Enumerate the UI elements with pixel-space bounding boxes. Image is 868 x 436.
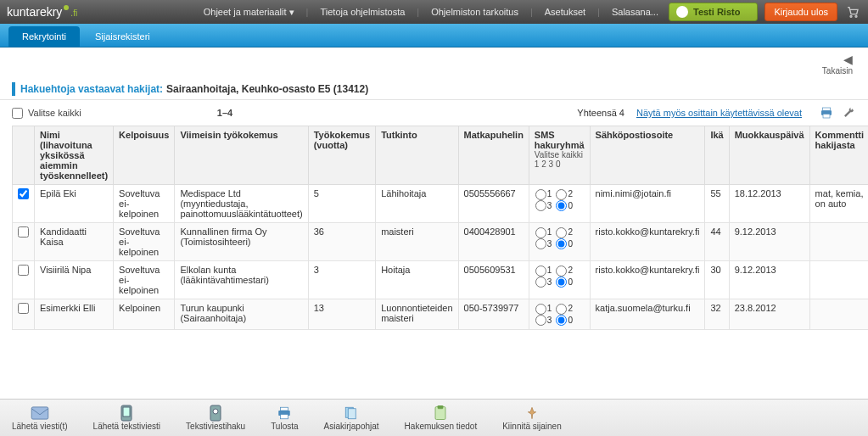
range-text: 1–4 (81, 108, 336, 118)
sms-radio-0[interactable] (556, 238, 567, 249)
table-row[interactable]: Esimerkki ElliKelpoinenTurun kaupunki (S… (13, 299, 869, 330)
logo-dot-icon (64, 5, 69, 10)
header-stripe-icon (12, 82, 15, 96)
cell-email: nimi.nimi@jotain.fi (590, 185, 705, 223)
table-row[interactable]: Epilä EkiSoveltuva ei-kelpoinenMedispace… (13, 185, 869, 223)
row-checkbox[interactable] (18, 188, 29, 199)
menu-help[interactable]: Ohjeet ja materiaalit ▾ (204, 7, 294, 18)
cell-eligibility: Soveltuva ei-kelpoinen (114, 185, 175, 223)
cell-degree: maisteri (376, 223, 458, 261)
menu-password[interactable]: Salasana... (612, 7, 658, 17)
cell-age: 55 (705, 185, 729, 223)
show-partial-link[interactable]: Näytä myös osittain käytettävissä olevat (636, 108, 802, 118)
cell-sms: 1230 (529, 185, 590, 223)
applicants-table: Nimi (lihavoituna yksikössä aiemmin työs… (12, 126, 868, 330)
sms-radio-3[interactable] (535, 277, 546, 288)
cell-name: Esimerkki Elli (35, 299, 114, 330)
col-email[interactable]: Sähköpostiosoite (590, 126, 705, 185)
cell-age: 30 (705, 261, 729, 299)
print-icon[interactable] (819, 105, 834, 120)
cell-degree: Lähihoitaja (376, 185, 458, 223)
menu-purpose[interactable]: Ohjelmiston tarkoitus (431, 7, 518, 17)
cell-name: Epilä Eki (35, 185, 114, 223)
col-sms[interactable]: SMS hakuryhmä Valitse kaikki 1 2 3 0 (529, 126, 590, 185)
cell-expyears: 3 (308, 261, 375, 299)
cell-comment (809, 223, 868, 261)
table-row[interactable]: Kandidaatti KaisaSoveltuva ei-kelpoinenK… (13, 223, 869, 261)
col-age[interactable]: Ikä (705, 126, 729, 185)
cell-modified: 23.8.2012 (729, 299, 809, 330)
sms-radio-2[interactable] (556, 227, 567, 238)
tab-bar: Rekrytointi Sijaisrekisteri (0, 24, 868, 48)
menu-settings[interactable]: Asetukset (545, 7, 585, 17)
table-row[interactable]: Visiirilä NipaSoveltuva ei-kelpoinenElko… (13, 261, 869, 299)
cell-lastjob: Medispace Ltd (myyntiedustaja, painottom… (175, 185, 308, 223)
row-checkbox[interactable] (18, 226, 29, 238)
settings-wrench-icon[interactable] (841, 105, 856, 120)
cell-name: Kandidaatti Kaisa (35, 223, 114, 261)
cell-modified: 18.12.2013 (729, 185, 809, 223)
row-checkbox[interactable] (18, 303, 29, 314)
select-all-checkbox[interactable] (12, 108, 23, 119)
cell-lastjob: Elkolan kunta (lääkintävahtimestari) (175, 261, 308, 299)
col-comment[interactable]: Kommentti hakijasta (809, 126, 868, 185)
cell-sms: 1230 (529, 261, 590, 299)
sms-radio-2[interactable] (556, 266, 567, 277)
cart-icon[interactable] (844, 3, 861, 20)
sms-radio-1[interactable] (535, 266, 546, 277)
cell-modified: 9.12.2013 (729, 223, 809, 261)
cell-degree: Luonnontieteiden maisteri (376, 299, 458, 330)
cell-expyears: 13 (308, 299, 375, 330)
select-all-label: Valitse kaikki (28, 108, 81, 118)
cell-name: Visiirilä Nipa (35, 261, 114, 299)
sms-radio-0[interactable] (556, 277, 567, 288)
tab-substitute[interactable]: Sijaisrekisteri (81, 26, 164, 47)
col-mobile[interactable]: Matkapuhelin (458, 126, 529, 185)
row-checkbox[interactable] (18, 265, 29, 276)
user-icon (676, 6, 688, 18)
col-lastjob[interactable]: Viimeisin työkokemus (175, 126, 308, 185)
user-button[interactable]: Testi Risto (669, 3, 758, 21)
back-link[interactable]: ◀ Takaisin (0, 48, 868, 75)
cell-eligibility: Soveltuva ei-kelpoinen (114, 261, 175, 299)
cell-mobile: 050-5739977 (458, 299, 529, 330)
col-expyears[interactable]: Työkokemus (vuotta) (308, 126, 375, 185)
logout-button[interactable]: Kirjaudu ulos (764, 3, 837, 21)
col-degree[interactable]: Tutkinto (376, 126, 458, 185)
svg-rect-4 (823, 114, 830, 118)
sms-radio-0[interactable] (556, 315, 567, 326)
cell-lastjob: Turun kaupunki (Sairaanhoitaja) (175, 299, 308, 330)
sms-radio-3[interactable] (535, 238, 546, 249)
tab-recruit[interactable]: Rekrytointi (8, 26, 80, 47)
cell-eligibility: Kelpoinen (114, 299, 175, 330)
menu-about[interactable]: Tietoja ohjelmistosta (320, 7, 405, 17)
svg-rect-2 (822, 108, 830, 110)
logo[interactable]: kuntarekry.fi (7, 5, 77, 19)
top-menu: Ohjeet ja materiaalit ▾ | Tietoja ohjelm… (204, 7, 658, 18)
col-name[interactable]: Nimi (lihavoituna yksikössä aiemmin työs… (35, 126, 114, 185)
sms-radio-3[interactable] (535, 315, 546, 326)
svg-point-0 (850, 15, 852, 17)
sms-radio-1[interactable] (535, 227, 546, 238)
logo-text: kuntarekry (7, 5, 62, 19)
sms-radio-2[interactable] (556, 189, 567, 200)
page-header-value: Sairaanhoitaja, Keuhko-osasto E5 (13412) (166, 83, 368, 95)
cell-mobile: 0505556667 (458, 185, 529, 223)
sms-radio-0[interactable] (556, 200, 567, 211)
cell-age: 44 (705, 223, 729, 261)
cell-sms: 1230 (529, 223, 590, 261)
cell-age: 32 (705, 299, 729, 330)
logo-suffix: .fi (70, 8, 77, 18)
col-modified[interactable]: Muokkauspäivä (729, 126, 809, 185)
sms-radio-2[interactable] (556, 304, 567, 315)
cell-email: katja.suomela@turku.fi (590, 299, 705, 330)
sms-radio-3[interactable] (535, 200, 546, 211)
col-eligibility[interactable]: Kelpoisuus (114, 126, 175, 185)
cell-modified: 9.12.2013 (729, 261, 809, 299)
total-text: Yhteensä 4 (577, 108, 624, 118)
sms-radio-1[interactable] (535, 189, 546, 200)
cell-degree: Hoitaja (376, 261, 458, 299)
sms-radio-1[interactable] (535, 304, 546, 315)
page-header-label: Hakuehtoja vastaavat hakijat: (20, 83, 163, 95)
user-name: Testi Risto (693, 7, 740, 17)
